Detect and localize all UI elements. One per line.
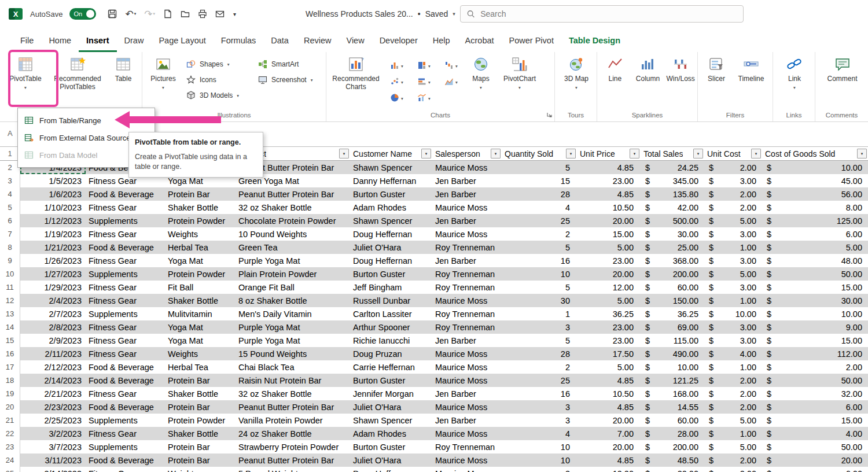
row-number[interactable]: 22 <box>0 427 20 440</box>
tab-view[interactable]: View <box>339 30 372 52</box>
cell[interactable]: 2/14/2023 <box>20 374 86 387</box>
shapes-button[interactable]: Shapes ▾ <box>182 56 253 72</box>
tab-insert[interactable]: Insert <box>79 30 117 52</box>
cell[interactable]: 2/12/2023 <box>20 360 86 374</box>
3d-models-button[interactable]: 3D Models ▾ <box>182 87 253 103</box>
column-header[interactable]: Total Sales▾ <box>641 147 704 160</box>
cell[interactable]: 8 oz Shaker Bottle <box>236 294 350 307</box>
cell[interactable]: Doug Heffernan <box>350 467 432 472</box>
cell[interactable]: 23.00 <box>577 254 641 267</box>
cell[interactable]: Mulitvitamin <box>165 307 236 320</box>
cell[interactable]: Burton Guster <box>350 374 432 387</box>
tab-developer[interactable]: Developer <box>372 30 425 52</box>
filter-button[interactable]: ▾ <box>491 149 501 158</box>
cell[interactable]: $2.00 <box>704 161 762 174</box>
cell[interactable]: Fit Ball <box>165 281 236 294</box>
tab-power-pivot[interactable]: Power Pivot <box>502 30 561 52</box>
cell[interactable]: 23.00 <box>577 174 641 187</box>
row-number[interactable]: 21 <box>0 414 20 427</box>
cell[interactable]: Roy Trenneman <box>432 281 502 294</box>
cell[interactable]: $14.55 <box>641 400 704 414</box>
cell[interactable]: 2/23/2023 <box>20 400 86 414</box>
cell[interactable]: $2.00 <box>704 387 762 400</box>
cell[interactable]: $50.00 <box>762 440 868 453</box>
cell[interactable]: 10 Pound Weights <box>236 227 350 241</box>
cell[interactable]: Russell Dunbar <box>350 294 432 307</box>
cell[interactable]: Food & Beverage <box>86 360 165 374</box>
cell[interactable]: 3/14/2023 <box>20 467 86 472</box>
cell[interactable]: Shawn Spencer <box>350 414 432 427</box>
cell[interactable]: Jen Barber <box>432 187 502 201</box>
cell[interactable]: Chocolate Protein Powder <box>236 214 350 227</box>
cell[interactable]: 3 <box>502 414 577 427</box>
cell[interactable]: $200.00 <box>641 267 704 281</box>
cell[interactable]: Maurice Moss <box>432 201 502 214</box>
tab-table-design[interactable]: Table Design <box>561 30 628 52</box>
tab-home[interactable]: Home <box>41 30 79 52</box>
new-document-button[interactable] <box>163 9 172 19</box>
cell[interactable]: 1/26/2023 <box>20 254 86 267</box>
cell[interactable]: $121.25 <box>641 374 704 387</box>
cell[interactable]: 20.00 <box>577 440 641 453</box>
cell[interactable]: Shaker Bottle <box>165 427 236 440</box>
cell[interactable]: $36.25 <box>641 307 704 320</box>
cell[interactable]: Herbal Tea <box>165 360 236 374</box>
row-number[interactable]: 12 <box>0 294 20 307</box>
cell[interactable]: $56.00 <box>762 187 868 201</box>
cell[interactable]: 5.00 <box>577 360 641 374</box>
cell[interactable]: Carrie Heffernan <box>350 360 432 374</box>
cell[interactable]: $3.00 <box>704 254 762 267</box>
cell[interactable]: Fitness Gear <box>86 467 165 472</box>
cell[interactable]: $3.00 <box>704 334 762 347</box>
cell[interactable]: 30 <box>502 294 577 307</box>
cell[interactable]: Danny Heffernan <box>350 174 432 187</box>
row-number[interactable]: 6 <box>0 214 20 227</box>
filter-button[interactable]: ▾ <box>693 149 703 158</box>
column-letter[interactable]: A <box>8 129 13 138</box>
cell[interactable]: Chai Black Tea <box>236 360 350 374</box>
cell[interactable]: 5.00 <box>577 294 641 307</box>
cell[interactable]: $4.00 <box>704 347 762 360</box>
smartart-button[interactable]: SmartArt <box>253 56 323 72</box>
cell[interactable]: $2.00 <box>704 453 762 467</box>
row-number[interactable]: 17 <box>0 360 20 374</box>
cell[interactable]: $10.00 <box>704 307 762 320</box>
cell[interactable]: Fitness Gear <box>86 227 165 241</box>
cell[interactable]: 1/29/2023 <box>20 281 86 294</box>
column-header[interactable]: Salesperson▾ <box>432 147 502 160</box>
cell[interactable]: $45.00 <box>762 174 868 187</box>
cell[interactable]: Supplements <box>86 307 165 320</box>
cell[interactable]: Maurice Moss <box>432 294 502 307</box>
filter-button[interactable]: ▾ <box>630 149 639 158</box>
row-number[interactable]: 24 <box>0 453 20 467</box>
tab-review[interactable]: Review <box>296 30 339 52</box>
cell[interactable]: $10.00 <box>641 360 704 374</box>
cell[interactable]: 4 <box>502 201 577 214</box>
cell[interactable]: 28 <box>502 347 577 360</box>
cell[interactable]: Protein Bar <box>165 187 236 201</box>
cell[interactable]: $30.00 <box>641 227 704 241</box>
cell[interactable]: Protein Powder <box>165 267 236 281</box>
cell[interactable]: $60.00 <box>641 414 704 427</box>
row-number[interactable]: 20 <box>0 400 20 414</box>
cell[interactable]: Shaker Bottle <box>165 201 236 214</box>
cell[interactable]: Fitness Gear <box>86 347 165 360</box>
cell[interactable]: Raisin Nut Protein Bar <box>236 374 350 387</box>
cell[interactable]: Protein Bar <box>165 400 236 414</box>
cell[interactable]: $1.00 <box>704 427 762 440</box>
cell[interactable]: Adam Rhodes <box>350 201 432 214</box>
tab-help[interactable]: Help <box>425 30 458 52</box>
share-mail-button[interactable] <box>215 9 225 19</box>
cell[interactable]: 1 <box>502 307 577 320</box>
cell[interactable]: 23.00 <box>577 334 641 347</box>
cell[interactable]: Protein Powder <box>165 214 236 227</box>
cell[interactable]: Fitness Gear <box>86 201 165 214</box>
cell[interactable]: 10.50 <box>577 387 641 400</box>
slicer-button[interactable]: Slicer <box>700 53 733 109</box>
sparkline-column-button[interactable]: Column <box>631 53 665 109</box>
cell[interactable]: Yoga Mat <box>165 254 236 267</box>
cell[interactable]: Peanut Butter Protein Bar <box>236 453 350 467</box>
row-number[interactable]: 13 <box>0 307 20 320</box>
save-button[interactable] <box>108 9 117 19</box>
cell[interactable]: Maurice Moss <box>432 467 502 472</box>
